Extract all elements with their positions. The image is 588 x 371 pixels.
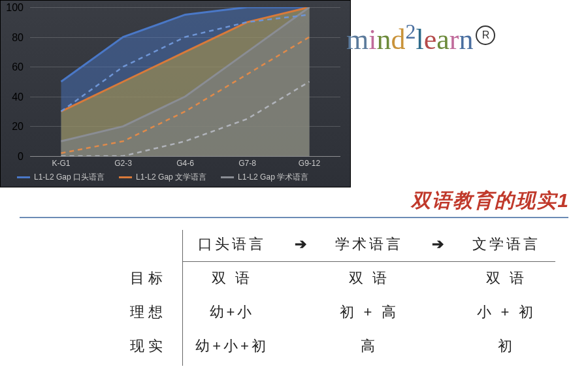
x-tick-label: G7-8 [228, 159, 267, 168]
y-tick-label: 80 [4, 32, 24, 44]
content-table: 口头语言 ➔ 学术语言 ➔ 文学语言 目标 双 语 双 语 双 语 理想 幼+小… [114, 227, 559, 363]
legend-item: L1-L2 Gap 口头语言 [17, 172, 105, 183]
chart-legend: L1-L2 Gap 口头语言L1-L2 Gap 文学语言L1-L2 Gap 学术… [17, 172, 308, 183]
row-label: 目标 [114, 268, 183, 288]
chart-panel: K-G1G2-3G4-6G7-8G9-12 L1-L2 Gap 口头语言L1-L… [0, 0, 351, 187]
table-cell: 幼+小 [183, 302, 281, 322]
table-cell: 双 语 [183, 268, 281, 288]
arrow-icon: ➔ [418, 236, 457, 253]
table-cell: 双 语 [320, 268, 418, 288]
x-tick-label: G4-6 [166, 159, 205, 168]
table-cell: 幼+小+初 [183, 336, 281, 356]
y-tick-label: 20 [4, 121, 24, 133]
col-header: 文学语言 [457, 234, 555, 254]
x-tick-label: G9-12 [290, 159, 329, 168]
col-header: 口头语言 [183, 234, 281, 254]
col-header: 学术语言 [320, 234, 418, 254]
table-cell: 小 + 初 [457, 302, 555, 322]
legend-swatch [119, 176, 132, 178]
legend-label: L1-L2 Gap 学术语言 [238, 172, 308, 183]
legend-swatch [221, 176, 234, 178]
row-label: 现实 [114, 336, 183, 356]
table-header-row: 口头语言 ➔ 学术语言 ➔ 文学语言 [114, 227, 559, 261]
arrow-icon: ➔ [281, 236, 320, 253]
legend-item: L1-L2 Gap 文学语言 [119, 172, 206, 183]
table-cell: 初 [457, 336, 555, 356]
x-axis-line [30, 156, 340, 157]
table-row: 理想 幼+小 初 + 高 小 + 初 [114, 295, 559, 329]
legend-label: L1-L2 Gap 文学语言 [136, 172, 206, 183]
chart-plot [30, 7, 340, 156]
legend-item: L1-L2 Gap 学术语言 [221, 172, 308, 183]
table-cell: 双 语 [457, 268, 555, 288]
x-tick-label: K-G1 [42, 159, 81, 168]
y-tick-label: 0 [4, 151, 24, 163]
legend-label: L1-L2 Gap 口头语言 [34, 172, 105, 183]
logo: mind2learnR [346, 20, 495, 56]
y-tick-label: 100 [4, 2, 24, 14]
title-underline [20, 217, 568, 218]
y-tick-label: 60 [4, 61, 24, 73]
x-tick-label: G2-3 [104, 159, 143, 168]
page-title: 双语教育的现实1 [411, 187, 570, 214]
legend-swatch [17, 176, 30, 178]
table-row: 现实 幼+小+初 高 初 [114, 329, 559, 363]
y-tick-label: 40 [4, 91, 24, 103]
table-row: 目标 双 语 双 语 双 语 [114, 261, 559, 295]
row-label: 理想 [114, 302, 183, 322]
registered-icon: R [476, 25, 495, 45]
table-cell: 初 + 高 [320, 302, 418, 322]
table-cell: 高 [320, 336, 418, 356]
